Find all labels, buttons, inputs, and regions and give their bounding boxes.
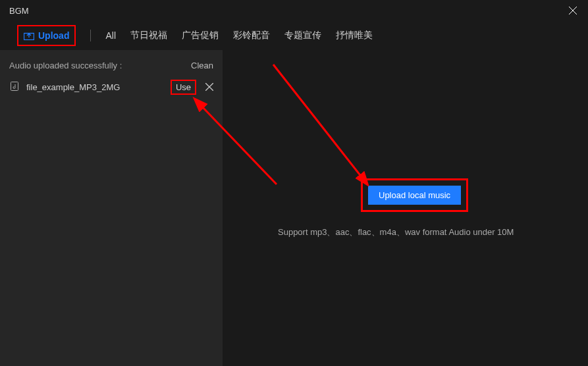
- window-title: BGM: [9, 6, 29, 16]
- use-button[interactable]: Use: [171, 80, 196, 95]
- tabs-bar: Upload All 节日祝福 广告促销 彩铃配音 专题宣传 抒情唯美: [0, 21, 588, 50]
- upload-icon: [24, 31, 34, 40]
- file-remove-button[interactable]: [205, 82, 213, 93]
- upload-status-label: Audio uploaded successfully :: [9, 61, 122, 70]
- close-icon: [205, 83, 213, 91]
- music-file-icon: [9, 81, 20, 94]
- upload-button-highlight: Upload local music: [361, 178, 468, 212]
- upload-local-music-button[interactable]: Upload local music: [368, 186, 461, 205]
- sidebar-header: Audio uploaded successfully : Clean: [9, 61, 213, 70]
- file-name: file_example_MP3_2MG: [26, 82, 164, 92]
- tabs-divider: [90, 30, 91, 41]
- support-formats-label: Support mp3、aac、flac、m4a、wav format Audi…: [278, 226, 514, 238]
- tab-ad[interactable]: 广告促销: [182, 30, 219, 41]
- tab-lyric[interactable]: 抒情唯美: [336, 30, 373, 41]
- clean-button[interactable]: Clean: [191, 61, 213, 70]
- tab-upload[interactable]: Upload: [17, 25, 76, 46]
- file-row: file_example_MP3_2MG Use: [9, 80, 213, 95]
- close-icon: [569, 7, 577, 14]
- titlebar: BGM: [0, 0, 588, 21]
- content-area: Audio uploaded successfully : Clean file…: [0, 50, 588, 366]
- tab-ringtone[interactable]: 彩铃配音: [233, 30, 270, 41]
- window-close-button[interactable]: [558, 0, 588, 21]
- tab-upload-label: Upload: [38, 30, 69, 41]
- tab-topic[interactable]: 专题宣传: [284, 30, 321, 41]
- main-panel: Upload local music Support mp3、aac、flac、…: [223, 50, 588, 366]
- svg-rect-3: [11, 82, 18, 90]
- sidebar: Audio uploaded successfully : Clean file…: [0, 50, 223, 366]
- tab-all[interactable]: All: [105, 30, 116, 41]
- tab-festival[interactable]: 节日祝福: [130, 30, 167, 41]
